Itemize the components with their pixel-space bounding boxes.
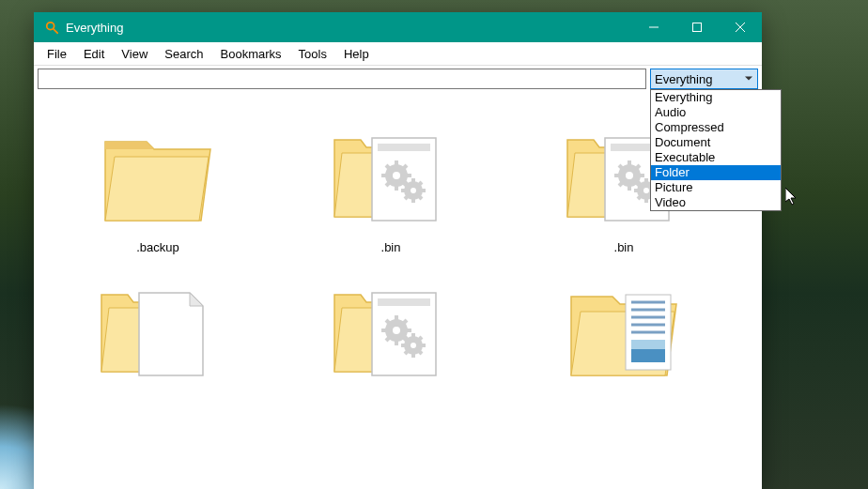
filter-option-document[interactable]: Document	[651, 135, 781, 150]
app-window: Everything File Edit View Search Bookmar…	[34, 12, 762, 489]
app-icon	[45, 21, 58, 34]
folder-doc-icon	[97, 266, 219, 388]
menu-bookmarks[interactable]: Bookmarks	[213, 45, 289, 63]
filter-select[interactable]: Everything	[650, 69, 758, 89]
filter-option-folder[interactable]: Folder	[651, 165, 781, 180]
result-item-label: .bin	[614, 240, 634, 254]
minimize-button[interactable]	[632, 12, 675, 42]
result-item-label: .bin	[381, 240, 401, 254]
filter-option-audio[interactable]: Audio	[651, 105, 781, 120]
menu-view[interactable]: View	[114, 45, 155, 63]
folder-plain-icon	[97, 111, 219, 233]
result-item[interactable]: .bin	[274, 111, 507, 254]
filter-selected-label: Everything	[655, 72, 712, 86]
folder-thumbs-icon	[563, 266, 685, 388]
toolbar: Everything EverythingAudioCompressedDocu…	[34, 66, 762, 92]
close-button[interactable]	[719, 12, 762, 42]
search-input[interactable]	[38, 69, 646, 89]
menu-tools[interactable]: Tools	[291, 45, 334, 63]
folder-gears-icon	[330, 111, 452, 233]
menubar: File Edit View Search Bookmarks Tools He…	[34, 42, 762, 66]
result-item-label: .backup	[136, 240, 179, 254]
filter-option-picture[interactable]: Picture	[651, 180, 781, 195]
menu-help[interactable]: Help	[336, 45, 377, 63]
maximize-button[interactable]	[675, 12, 719, 42]
filter-option-compressed[interactable]: Compressed	[651, 120, 781, 135]
filter-option-everything[interactable]: Everything	[651, 90, 781, 105]
result-item[interactable]	[274, 266, 507, 395]
menu-file[interactable]: File	[39, 45, 74, 63]
result-item[interactable]	[41, 266, 274, 395]
folder-gears-icon	[330, 266, 452, 388]
svg-line-1	[54, 29, 57, 33]
menu-edit[interactable]: Edit	[76, 45, 112, 63]
window-title: Everything	[66, 21, 632, 35]
filter-option-video[interactable]: Video	[651, 195, 781, 210]
result-item[interactable]	[507, 266, 740, 395]
filter-dropdown: EverythingAudioCompressedDocumentExecuta…	[650, 89, 782, 211]
menu-search[interactable]: Search	[157, 45, 210, 63]
titlebar[interactable]: Everything	[34, 12, 762, 42]
filter-option-executable[interactable]: Executable	[651, 150, 781, 165]
window-controls	[632, 12, 762, 42]
result-item[interactable]: .backup	[41, 111, 274, 254]
svg-rect-3	[693, 23, 702, 32]
